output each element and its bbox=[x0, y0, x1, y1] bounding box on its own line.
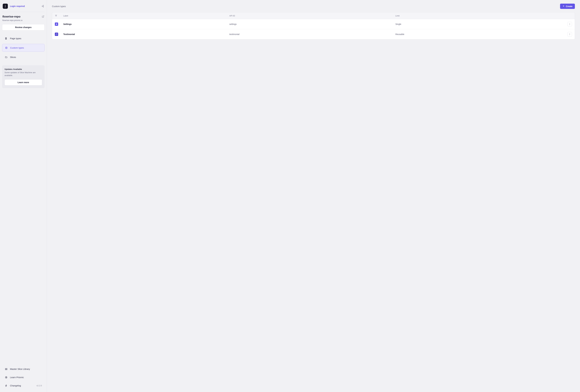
nav-label: Slices bbox=[10, 56, 16, 58]
play-circle-icon bbox=[5, 376, 7, 379]
repo-name: flowrise-repo bbox=[2, 15, 20, 18]
row-menu-button[interactable] bbox=[568, 32, 572, 36]
col-api: API ID bbox=[229, 15, 395, 17]
table-row[interactable]: Settings settings Single bbox=[52, 19, 575, 29]
row-label: Testimonial bbox=[63, 33, 229, 35]
logout-icon[interactable] bbox=[41, 5, 44, 7]
layout-icon bbox=[5, 37, 7, 40]
custom-types-table: Label API ID Limit Settings settings Sin… bbox=[52, 12, 575, 39]
svg-point-6 bbox=[570, 23, 570, 24]
review-changes-button[interactable]: Review changes bbox=[2, 24, 45, 30]
svg-point-10 bbox=[570, 34, 570, 34]
login-row[interactable]: Login required bbox=[2, 2, 45, 12]
svg-point-2 bbox=[5, 47, 7, 48]
col-limit: Limit bbox=[395, 15, 562, 17]
row-limit: Single bbox=[395, 23, 562, 25]
learn-more-button[interactable]: Learn more bbox=[4, 79, 42, 85]
row-limit: Reusable bbox=[395, 33, 562, 35]
updates-description: Some updates of Slice Machine are availa… bbox=[4, 71, 42, 77]
main-nav: Page types Custom types Slices bbox=[2, 35, 45, 61]
version-label: v2.2.0 bbox=[36, 385, 42, 387]
table-header: Label API ID Limit bbox=[52, 12, 575, 19]
row-label: Settings bbox=[63, 23, 229, 25]
refresh-icon bbox=[55, 33, 58, 36]
row-api: settings bbox=[229, 23, 395, 25]
row-api: testimonial bbox=[229, 33, 395, 35]
nav-item-page-types[interactable]: Page types bbox=[2, 35, 45, 42]
nav-label: Custom types bbox=[10, 46, 24, 49]
create-button-label: Create bbox=[566, 5, 573, 7]
bottom-item-label: Changelog bbox=[10, 384, 21, 387]
database-icon bbox=[5, 47, 8, 49]
col-label: Label bbox=[63, 15, 229, 17]
nav-item-slices[interactable]: Slices bbox=[2, 53, 45, 61]
external-link-icon[interactable] bbox=[42, 15, 44, 18]
table-row[interactable]: Testimonial testimonial Reusable bbox=[52, 29, 575, 39]
svg-point-11 bbox=[570, 35, 570, 35]
main-content: Custom types Create Label API ID Limit bbox=[47, 0, 580, 392]
stack-icon bbox=[5, 368, 7, 370]
sidebar: Login required flowrise-repo flowrise-re… bbox=[0, 0, 47, 392]
create-button[interactable]: Create bbox=[560, 4, 575, 9]
svg-rect-3 bbox=[5, 368, 7, 369]
svg-point-9 bbox=[570, 33, 570, 34]
repo-block: flowrise-repo flowrise-repo.prismic.io bbox=[2, 12, 45, 24]
app-logo-icon bbox=[3, 4, 8, 9]
updates-card: Updates Available Some updates of Slice … bbox=[2, 65, 45, 88]
svg-point-7 bbox=[570, 24, 570, 24]
svg-rect-1 bbox=[6, 38, 7, 39]
nav-label: Page types bbox=[10, 37, 21, 40]
bottom-nav: Master Slice Library Learn Prismic Chang… bbox=[2, 366, 45, 389]
row-menu-button[interactable] bbox=[568, 22, 572, 26]
svg-rect-4 bbox=[5, 369, 7, 370]
sort-icon[interactable] bbox=[55, 14, 63, 17]
updates-title: Updates Available bbox=[4, 68, 42, 70]
page-title: Custom types bbox=[52, 5, 66, 7]
svg-point-8 bbox=[570, 25, 570, 25]
folder-icon bbox=[5, 56, 7, 58]
nav-item-custom-types[interactable]: Custom types bbox=[2, 44, 45, 52]
bottom-item-learn[interactable]: Learn Prismic bbox=[2, 374, 45, 381]
hash-icon bbox=[55, 22, 58, 26]
bottom-item-master-slice[interactable]: Master Slice Library bbox=[2, 366, 45, 372]
svg-rect-0 bbox=[5, 38, 6, 39]
plus-icon bbox=[563, 5, 565, 7]
lightning-icon bbox=[5, 385, 7, 387]
bottom-item-label: Master Slice Library bbox=[10, 368, 30, 370]
bottom-item-label: Learn Prismic bbox=[10, 376, 24, 379]
repo-url: flowrise-repo.prismic.io bbox=[2, 19, 44, 21]
login-required-label: Login required bbox=[10, 5, 39, 7]
bottom-item-changelog[interactable]: Changelog v2.2.0 bbox=[2, 382, 45, 389]
